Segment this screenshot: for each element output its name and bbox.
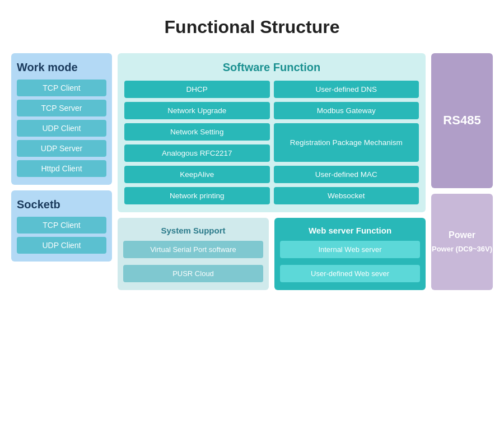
sf-keepalive: KeepAlive [124,166,270,183]
page-title: Functional Structure [11,17,493,38]
system-support-list: Virtual Serial Port software PUSR Cloud [123,241,263,282]
bottom-middle: System Support Virtual Serial Port softw… [118,218,426,290]
sf-user-defined-dns: User-defined DNS [274,81,419,98]
socketb-item-tcp-client: TCP Client [17,217,106,234]
page-container: Functional Structure Work mode TCP Clien… [0,0,504,448]
system-support-title: System Support [123,226,263,235]
software-function-grid: DHCP User-defined DNS Network Upgrade Mo… [124,81,419,204]
diagram: Work mode TCP Client TCP Server UDP Clie… [11,53,493,290]
software-function-title: Software Function [124,61,419,74]
left-column: Work mode TCP Client TCP Server UDP Clie… [11,53,112,290]
power-label: PowerPower (DC9~36V) [432,228,492,255]
work-mode-item-tcp-server: TCP Server [17,100,106,116]
middle-column: Software Function DHCP User-defined DNS … [118,53,426,290]
work-mode-title: Work mode [17,61,106,74]
sf-registration-package: Registration Package Mechanism [274,123,419,162]
sf-dhcp: DHCP [124,81,270,98]
web-server-box: Web server Function Internal Web server … [274,218,426,290]
work-mode-item-udp-client: UDP Client [17,120,106,137]
work-mode-item-tcp-client: TCP Client [17,80,106,96]
socketb-box: Socketb TCP Client UDP Client [11,190,112,262]
right-column: RS485 PowerPower (DC9~36V) [431,53,493,290]
software-function-box: Software Function DHCP User-defined DNS … [118,53,426,212]
socketb-list: TCP Client UDP Client [17,217,106,254]
work-mode-item-httpd-client: Httpd Client [17,160,106,177]
sf-modbus-gateway: Modbus Gateway [274,102,419,119]
ws-user-defined-web-sever: User-defined Web sever [280,265,420,282]
web-server-title: Web server Function [280,226,420,235]
socketb-item-udp-client: UDP Client [17,237,106,254]
system-support-box: System Support Virtual Serial Port softw… [118,218,269,290]
work-mode-item-udp-server: UDP Server [17,140,106,157]
web-server-list: Internal Web server User-defined Web sev… [280,241,420,282]
rs485-box: RS485 [431,53,493,188]
work-mode-box: Work mode TCP Client TCP Server UDP Clie… [11,53,112,185]
power-box: PowerPower (DC9~36V) [431,194,493,290]
sf-analogous-rfc2217: Analogous RFC2217 [124,144,270,162]
ss-pusr-cloud: PUSR Cloud [123,265,263,282]
sf-network-printing: Network printing [124,187,270,204]
sf-user-defined-mac: User-defined MAC [274,166,419,183]
work-mode-list: TCP Client TCP Server UDP Client UDP Ser… [17,80,106,177]
socketb-title: Socketb [17,198,106,211]
sf-network-upgrade: Network Upgrade [124,102,270,119]
ss-virtual-serial-port: Virtual Serial Port software [123,241,263,258]
rs485-label: RS485 [443,113,480,128]
sf-network-setting: Network Setting [124,123,270,141]
ws-internal-web-server: Internal Web server [280,241,420,258]
sf-websocket: Websocket [274,187,419,204]
